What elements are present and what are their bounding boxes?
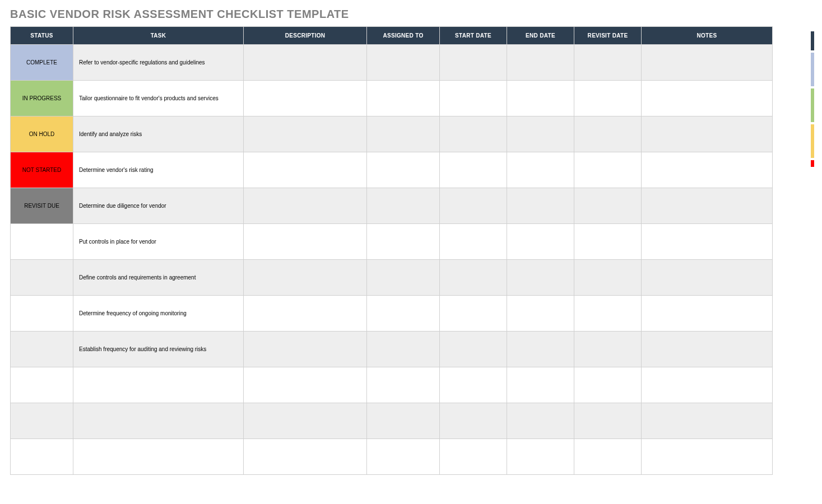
status-cell[interactable]: [11, 367, 73, 403]
revisit-date-cell[interactable]: [574, 403, 642, 439]
notes-cell[interactable]: [642, 116, 773, 152]
end-date-cell[interactable]: [507, 188, 574, 224]
description-cell[interactable]: [244, 439, 367, 475]
start-date-cell[interactable]: [440, 81, 507, 116]
task-cell[interactable]: Put controls in place for vendor: [73, 224, 244, 260]
revisit-date-cell[interactable]: [574, 81, 642, 116]
description-cell[interactable]: [244, 403, 367, 439]
status-cell[interactable]: [11, 403, 73, 439]
start-date-cell[interactable]: [440, 224, 507, 260]
start-date-cell[interactable]: [440, 296, 507, 332]
revisit-date-cell[interactable]: [574, 152, 642, 188]
description-cell[interactable]: [244, 81, 367, 116]
notes-cell[interactable]: [642, 367, 773, 403]
description-cell[interactable]: [244, 332, 367, 367]
revisit-date-cell[interactable]: [574, 260, 642, 296]
task-cell[interactable]: [73, 439, 244, 475]
task-cell[interactable]: Determine due diligence for vendor: [73, 188, 244, 224]
start-date-cell[interactable]: [440, 116, 507, 152]
notes-cell[interactable]: [642, 296, 773, 332]
status-cell[interactable]: [11, 224, 73, 260]
start-date-cell[interactable]: [440, 260, 507, 296]
status-cell[interactable]: [11, 260, 73, 296]
end-date-cell[interactable]: [507, 260, 574, 296]
status-cell[interactable]: ON HOLD: [11, 116, 73, 152]
notes-cell[interactable]: [642, 188, 773, 224]
assigned-cell[interactable]: [367, 296, 440, 332]
end-date-cell[interactable]: [507, 332, 574, 367]
revisit-date-cell[interactable]: [574, 188, 642, 224]
task-cell[interactable]: Define controls and requirements in agre…: [73, 260, 244, 296]
notes-cell[interactable]: [642, 439, 773, 475]
header-notes: NOTES: [642, 27, 773, 45]
description-cell[interactable]: [244, 260, 367, 296]
task-cell[interactable]: [73, 403, 244, 439]
start-date-cell[interactable]: [440, 188, 507, 224]
end-date-cell[interactable]: [507, 116, 574, 152]
header-desc: DESCRIPTION: [244, 27, 367, 45]
description-cell[interactable]: [244, 152, 367, 188]
status-cell[interactable]: [11, 296, 73, 332]
revisit-date-cell[interactable]: [574, 116, 642, 152]
description-cell[interactable]: [244, 224, 367, 260]
revisit-date-cell[interactable]: [574, 367, 642, 403]
revisit-date-cell[interactable]: [574, 332, 642, 367]
status-cell[interactable]: REVISIT DUE: [11, 188, 73, 224]
start-date-cell[interactable]: [440, 403, 507, 439]
revisit-date-cell[interactable]: [574, 439, 642, 475]
table-row: [11, 439, 773, 475]
revisit-date-cell[interactable]: [574, 224, 642, 260]
task-cell[interactable]: Identify and analyze risks: [73, 116, 244, 152]
end-date-cell[interactable]: [507, 45, 574, 81]
start-date-cell[interactable]: [440, 152, 507, 188]
task-cell[interactable]: Determine vendor's risk rating: [73, 152, 244, 188]
description-cell[interactable]: [244, 45, 367, 81]
assigned-cell[interactable]: [367, 45, 440, 81]
notes-cell[interactable]: [642, 45, 773, 81]
description-cell[interactable]: [244, 188, 367, 224]
assigned-cell[interactable]: [367, 81, 440, 116]
assigned-cell[interactable]: [367, 439, 440, 475]
assigned-cell[interactable]: [367, 224, 440, 260]
notes-cell[interactable]: [642, 81, 773, 116]
edge-tab-header: [811, 31, 814, 50]
start-date-cell[interactable]: [440, 332, 507, 367]
assigned-cell[interactable]: [367, 188, 440, 224]
task-cell[interactable]: Establish frequency for auditing and rev…: [73, 332, 244, 367]
assigned-cell[interactable]: [367, 332, 440, 367]
end-date-cell[interactable]: [507, 152, 574, 188]
revisit-date-cell[interactable]: [574, 45, 642, 81]
description-cell[interactable]: [244, 367, 367, 403]
status-cell[interactable]: [11, 332, 73, 367]
status-cell[interactable]: NOT STARTED: [11, 152, 73, 188]
task-cell[interactable]: Tailor questionnaire to fit vendor's pro…: [73, 81, 244, 116]
notes-cell[interactable]: [642, 152, 773, 188]
notes-cell[interactable]: [642, 224, 773, 260]
status-cell[interactable]: [11, 439, 73, 475]
end-date-cell[interactable]: [507, 439, 574, 475]
task-cell[interactable]: [73, 367, 244, 403]
end-date-cell[interactable]: [507, 296, 574, 332]
start-date-cell[interactable]: [440, 439, 507, 475]
revisit-date-cell[interactable]: [574, 296, 642, 332]
description-cell[interactable]: [244, 296, 367, 332]
notes-cell[interactable]: [642, 332, 773, 367]
task-cell[interactable]: Determine frequency of ongoing monitorin…: [73, 296, 244, 332]
start-date-cell[interactable]: [440, 367, 507, 403]
assigned-cell[interactable]: [367, 367, 440, 403]
status-cell[interactable]: COMPLETE: [11, 45, 73, 81]
assigned-cell[interactable]: [367, 152, 440, 188]
assigned-cell[interactable]: [367, 403, 440, 439]
notes-cell[interactable]: [642, 260, 773, 296]
end-date-cell[interactable]: [507, 367, 574, 403]
start-date-cell[interactable]: [440, 45, 507, 81]
end-date-cell[interactable]: [507, 403, 574, 439]
status-cell[interactable]: IN PROGRESS: [11, 81, 73, 116]
task-cell[interactable]: Refer to vendor-specific regulations and…: [73, 45, 244, 81]
assigned-cell[interactable]: [367, 116, 440, 152]
assigned-cell[interactable]: [367, 260, 440, 296]
description-cell[interactable]: [244, 116, 367, 152]
notes-cell[interactable]: [642, 403, 773, 439]
end-date-cell[interactable]: [507, 81, 574, 116]
end-date-cell[interactable]: [507, 224, 574, 260]
